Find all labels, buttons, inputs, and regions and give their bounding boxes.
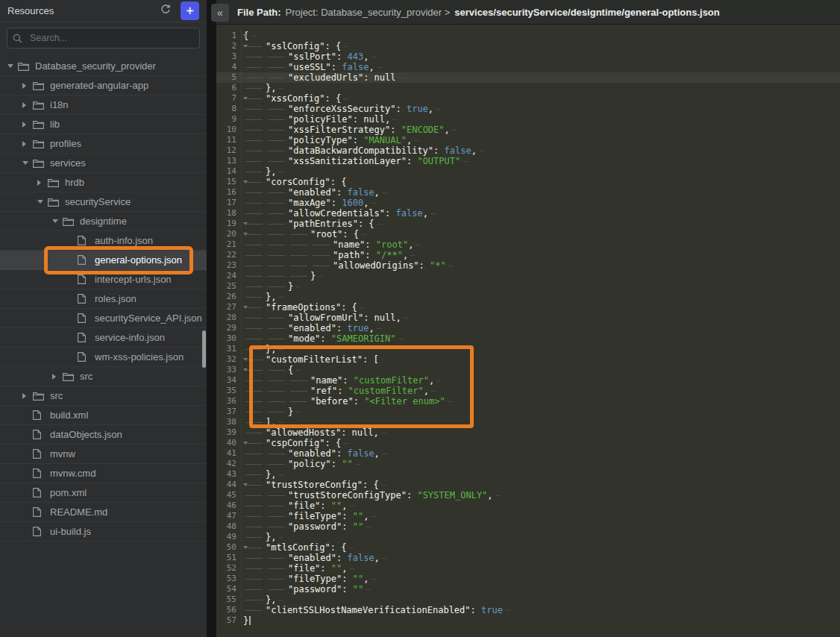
- code-line[interactable]: 2"sslConfig": {: [216, 41, 840, 51]
- code-line[interactable]: 15"corsConfig": {: [216, 177, 840, 187]
- chevron-down-icon[interactable]: [52, 219, 63, 223]
- sidebar-scrollbar-thumb[interactable]: [202, 330, 206, 368]
- code-line[interactable]: 43},: [216, 469, 840, 480]
- tree-item-auth-info-json[interactable]: auth-info.json: [0, 231, 207, 251]
- code-line[interactable]: 52"file": "",: [216, 563, 840, 574]
- collapse-sidebar-button[interactable]: «: [211, 4, 229, 22]
- code-line[interactable]: 25}: [216, 281, 840, 292]
- code-line[interactable]: 19"pathEntries": {: [216, 219, 840, 229]
- code-line[interactable]: 32"customFilterList": [: [216, 354, 840, 365]
- chevron-right-icon[interactable]: [22, 122, 33, 128]
- code-line[interactable]: 38],: [216, 417, 840, 427]
- chevron-right-icon[interactable]: [22, 393, 33, 399]
- tree-item-i18n[interactable]: i18n: [0, 95, 207, 115]
- code-line[interactable]: 30"mode": "SAMEORIGIN": [216, 333, 840, 344]
- chevron-right-icon[interactable]: [52, 374, 63, 380]
- code-line[interactable]: 20"root": {: [216, 229, 840, 239]
- code-line[interactable]: 40"cspConfig": {: [216, 438, 840, 448]
- chevron-down-icon[interactable]: [22, 161, 33, 165]
- code-line[interactable]: 56"clientSSLHostNameVerificationEnabled"…: [216, 605, 840, 615]
- tree-item-securityservice[interactable]: securityService: [0, 192, 207, 212]
- code-line[interactable]: 16"enabled": false,: [216, 187, 840, 198]
- code-line[interactable]: 54"password": "": [216, 584, 840, 594]
- tree-item-pom-xml[interactable]: pom.xml: [0, 483, 207, 503]
- tree-item-securityservice-api-json[interactable]: securityService_API.json: [0, 309, 207, 328]
- chevron-right-icon[interactable]: [22, 83, 33, 89]
- tree-item-mvnw-cmd[interactable]: mvnw.cmd: [0, 464, 207, 483]
- code-line[interactable]: 57}: [216, 615, 840, 626]
- tree-item-src[interactable]: src: [0, 386, 207, 406]
- code-line[interactable]: 48"password": "": [216, 521, 840, 532]
- tree-item-generated-angular-app[interactable]: generated-angular-app: [0, 76, 207, 95]
- code-line[interactable]: 51"enabled": false,: [216, 553, 840, 563]
- tree-item-service-info-json[interactable]: service-info.json: [0, 328, 207, 348]
- code-line[interactable]: 9"policyFile": null,: [216, 114, 840, 125]
- tree-item-dataobjects-json[interactable]: dataObjects.json: [0, 425, 207, 445]
- code-line[interactable]: 37}: [216, 407, 840, 417]
- code-line[interactable]: 18"allowCredentials": false,: [216, 208, 840, 219]
- tree-item-intercept-urls-json[interactable]: intercept-urls.json: [0, 270, 207, 289]
- tree-item-build-xml[interactable]: build.xml: [0, 406, 207, 425]
- code-line[interactable]: 53"fileType": "",: [216, 574, 840, 584]
- code-line[interactable]: 55},: [216, 594, 840, 605]
- code-line[interactable]: 33{: [216, 365, 840, 375]
- code-line[interactable]: 7"xssConfig": {: [216, 93, 840, 104]
- code-line[interactable]: 42"policy": "": [216, 459, 840, 469]
- chevron-right-icon[interactable]: [22, 102, 33, 108]
- code-line[interactable]: 1{: [216, 31, 840, 41]
- code-line[interactable]: 22"path": "/**",: [216, 250, 840, 260]
- code-line[interactable]: 34"name": "customFilter",: [216, 375, 840, 386]
- code-line[interactable]: 49},: [216, 532, 840, 542]
- chevron-down-icon[interactable]: [7, 64, 18, 68]
- code-line[interactable]: 24}: [216, 271, 840, 281]
- code-line[interactable]: 13"xssSanitizationLayer": "OUTPUT": [216, 156, 840, 166]
- chevron-right-icon[interactable]: [22, 141, 33, 147]
- code-line[interactable]: 11"policyType": "MANUAL",: [216, 135, 840, 145]
- tree-item-services[interactable]: services: [0, 154, 207, 173]
- code-line[interactable]: 27"frameOptions": {: [216, 302, 840, 313]
- code-line[interactable]: 10"xssFilterStrategy": "ENCODE",: [216, 125, 840, 135]
- tree-item-general-options-json[interactable]: general-options.json: [0, 251, 207, 270]
- code-line[interactable]: 8"enforceXssSecurity": true,: [216, 104, 840, 114]
- code-line[interactable]: 50"mtlsConfig": {: [216, 542, 840, 553]
- code-line[interactable]: 17"maxAge": 1600,: [216, 198, 840, 208]
- code-line[interactable]: 35"ref": "customFilter",: [216, 386, 840, 396]
- tree-item-designtime[interactable]: designtime: [0, 212, 207, 231]
- tree-item-wm-xss-policies-json[interactable]: wm-xss-policies.json: [0, 348, 207, 367]
- code-editor[interactable]: 1{2"sslConfig": {3"sslPort": 443,4"useSS…: [216, 25, 840, 637]
- code-line[interactable]: 3"sslPort": 443,: [216, 51, 840, 62]
- code-line[interactable]: 28"allowFromUrl": null,: [216, 313, 840, 323]
- code-line[interactable]: 41"enabled": false,: [216, 448, 840, 459]
- chevron-right-icon[interactable]: [37, 180, 48, 186]
- tree-item-database-security-provider[interactable]: Database_security_provider: [0, 57, 207, 76]
- code-line[interactable]: 45"trustStoreConfigType": "SYSTEM_ONLY",: [216, 490, 840, 501]
- refresh-button[interactable]: [157, 3, 174, 19]
- code-line[interactable]: 31},: [216, 344, 840, 354]
- code-line[interactable]: 14},: [216, 166, 840, 177]
- search-input[interactable]: [7, 28, 200, 48]
- chevron-down-icon[interactable]: [37, 200, 48, 204]
- tree-item-src[interactable]: src: [0, 367, 207, 386]
- code-line[interactable]: 46"file": "",: [216, 501, 840, 511]
- tree-item-mvnw[interactable]: mvnw: [0, 445, 207, 464]
- code-line[interactable]: 47"fileType": "",: [216, 511, 840, 521]
- code-line[interactable]: 21"name": "root",: [216, 239, 840, 250]
- tree-item-ui-build-js[interactable]: ui-build.js: [0, 522, 207, 542]
- code-line[interactable]: 4"useSSL": false,: [216, 62, 840, 72]
- code-line[interactable]: 44"trustStoreConfig": {: [216, 480, 840, 490]
- tree-item-hrdb[interactable]: hrdb: [0, 173, 207, 192]
- code-line[interactable]: 26},: [216, 292, 840, 302]
- fold-toggle-icon[interactable]: [243, 34, 248, 37]
- tree-item-lib[interactable]: lib: [0, 115, 207, 134]
- code-line[interactable]: 39"allowedHosts": null,: [216, 427, 840, 438]
- code-line[interactable]: 23"allowedOrigins": "*": [216, 260, 840, 271]
- code-line[interactable]: 6},: [216, 83, 840, 93]
- code-line[interactable]: 29"enabled": true,: [216, 323, 840, 333]
- code-line[interactable]: 12"dataBackwardCompatibility": false,: [216, 145, 840, 156]
- tree-item-readme-md[interactable]: README.md: [0, 503, 207, 522]
- code-line[interactable]: 36"before": "<Filter enum>": [216, 396, 840, 407]
- add-resource-button[interactable]: +: [181, 1, 199, 20]
- tree-item-profiles[interactable]: profiles: [0, 134, 207, 154]
- tree-item-roles-json[interactable]: roles.json: [0, 289, 207, 309]
- code-line[interactable]: 5"excludedUrls": null: [216, 72, 840, 83]
